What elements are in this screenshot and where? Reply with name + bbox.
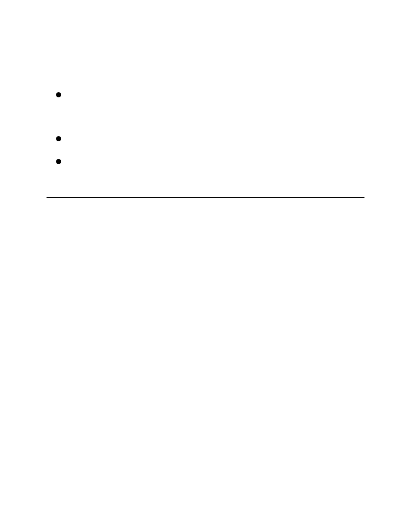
horizontal-rule-bottom	[47, 197, 364, 198]
bullet-icon	[56, 159, 61, 164]
horizontal-rule-top	[47, 76, 364, 76]
document-page	[0, 0, 411, 532]
bullet-icon	[56, 92, 61, 97]
bullet-icon	[56, 136, 61, 141]
